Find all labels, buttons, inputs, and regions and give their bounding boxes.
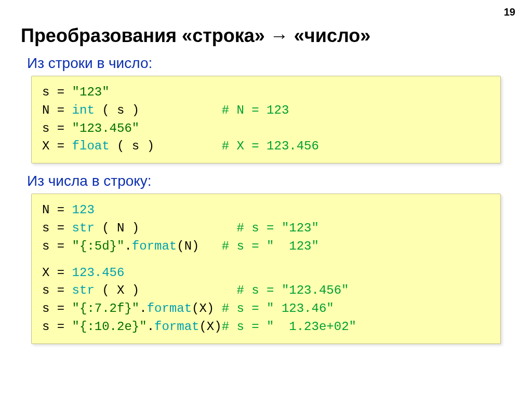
code-text: N = [42, 103, 72, 117]
code-text: (X) [192, 301, 214, 315]
code-text: . [139, 301, 147, 315]
code-text: X = [42, 266, 72, 280]
code-string: "123" [72, 85, 110, 99]
page-title: Преобразования «строка» → «число» [21, 25, 511, 47]
code-block-1: s = "123" N = int ( s ) # N = 123 s = "1… [31, 76, 501, 163]
code-string: "123.456" [72, 121, 140, 135]
code-keyword: str [72, 283, 95, 297]
code-text: s = [42, 301, 72, 315]
code-text: (X) [199, 320, 221, 334]
subheading-str-to-num: Из строки в число: [27, 55, 511, 72]
code-comment: # X = 123.456 [154, 139, 319, 153]
code-keyword: format [154, 320, 199, 334]
code-comment: # s = "123.456" [139, 283, 349, 297]
code-string: "{:7.2f}" [72, 301, 140, 315]
code-text: . [147, 320, 154, 334]
code-comment: # s = " 123.46" [214, 301, 334, 315]
code-number: 123 [72, 203, 95, 217]
code-number: 123.456 [72, 266, 125, 280]
code-comment: # N = 123 [139, 103, 289, 117]
code-text: s = [42, 85, 72, 99]
code-keyword: str [72, 221, 95, 235]
code-spacer [42, 256, 490, 264]
code-text: s = [42, 239, 72, 253]
page-number: 19 [504, 6, 515, 18]
code-comment: # s = "123" [139, 221, 319, 235]
code-keyword: float [72, 139, 110, 153]
code-keyword: int [72, 103, 95, 117]
code-text: ( X ) [95, 283, 139, 297]
code-text: (N) [177, 239, 199, 253]
code-comment: # s = " 1.23e+02" [222, 320, 356, 334]
code-keyword: format [147, 301, 192, 315]
code-comment: # s = " 123" [199, 239, 318, 253]
subheading-num-to-str: Из числа в строку: [27, 173, 511, 189]
code-text: s = [42, 320, 72, 334]
code-text: N = [42, 203, 72, 217]
code-keyword: format [132, 239, 177, 253]
code-text: X = [42, 139, 72, 153]
code-text: s = [42, 283, 72, 297]
code-text: ( s ) [110, 139, 154, 153]
code-block-2: N = 123 s = str ( N ) # s = "123" s = "{… [31, 194, 501, 344]
code-text: s = [42, 121, 72, 135]
code-text: s = [42, 221, 72, 235]
code-string: "{:10.2e}" [72, 320, 147, 334]
code-text: ( N ) [95, 221, 139, 235]
code-string: "{:5d}" [72, 239, 125, 253]
code-text: ( s ) [95, 103, 139, 117]
code-text: . [124, 239, 131, 253]
